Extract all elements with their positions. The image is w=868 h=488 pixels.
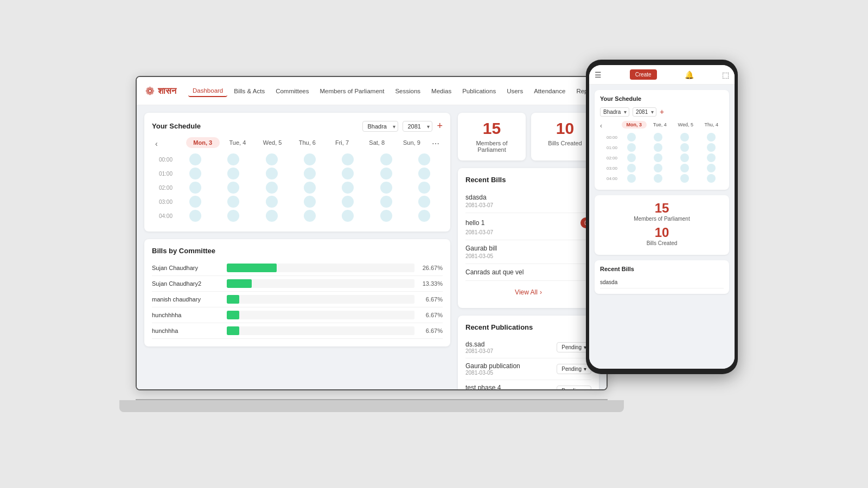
phone-month-select[interactable]: Bhadra: [600, 107, 629, 117]
day-header-mon[interactable]: Mon, 3: [186, 137, 220, 148]
prev-week-button[interactable]: ‹: [152, 138, 161, 149]
phone-day-thu[interactable]: Thu, 4: [699, 121, 724, 129]
time-dot: [266, 153, 278, 165]
more-options-button[interactable]: ⋯: [429, 138, 443, 149]
logo-icon: ❁: [145, 85, 155, 98]
pub-item-1: Gaurab publication 2081-03-05 Pending ▾: [465, 358, 591, 380]
time-dot: [304, 196, 316, 208]
time-grid: 00:00 01:00: [152, 153, 443, 224]
stat-members-card: 15 Members of Parliament: [458, 113, 526, 160]
bar-container-3: [227, 311, 414, 319]
view-all-bills-button[interactable]: View All ›: [465, 284, 591, 300]
time-dot: [304, 182, 316, 194]
phone-time-row-2: 02:00: [600, 153, 724, 162]
bill-name-1: hello 1: [465, 219, 484, 227]
time-dot: [304, 210, 316, 222]
phone-create-button[interactable]: Create: [630, 69, 657, 80]
time-label-3: 03:00: [152, 199, 176, 205]
bar-container-1: [227, 279, 414, 288]
committee-name-3: hunchhhha: [152, 312, 222, 318]
navbar: ❁ शासन Dashboard Bills & Acts Committees…: [137, 77, 607, 105]
bill-item-1: hello 1 0 2081-03-07: [465, 213, 591, 240]
time-dot: [418, 168, 430, 179]
nav-publications[interactable]: Publications: [458, 86, 500, 97]
nav-users[interactable]: Users: [502, 86, 527, 97]
phone-day-wed[interactable]: Wed, 5: [673, 121, 698, 129]
phone-add-button[interactable]: +: [660, 107, 664, 116]
nav-members[interactable]: Members of Parliament: [316, 86, 389, 97]
right-panel: 15 Members of Parliament 10 Bills Create…: [458, 113, 599, 382]
bill-date-0: 2081-03-07: [465, 202, 591, 208]
day-header-sun[interactable]: Sun, 9: [395, 137, 429, 148]
time-dot: [304, 153, 316, 165]
bar-container-4: [227, 326, 414, 335]
phone-screen: ☰ Create 🔔 ⬚ Your Schedule Bhadra: [589, 65, 735, 369]
day-header-fri[interactable]: Fri, 7: [325, 137, 359, 148]
phone-notification-icon[interactable]: 🔔: [685, 70, 694, 79]
month-select[interactable]: Bhadra: [362, 121, 398, 132]
committee-list: Sujan Chaudhary 26.67% Sujan Chaudhary2: [152, 260, 443, 339]
day-header-tue[interactable]: Tue, 4: [221, 137, 254, 148]
pub-status-1[interactable]: Pending ▾: [557, 364, 591, 374]
bar-container-2: [227, 295, 414, 304]
time-label-0: 00:00: [152, 157, 176, 163]
pub-status-2[interactable]: Pending ▾: [557, 386, 591, 389]
time-row-3: 03:00: [152, 196, 443, 208]
main-content: Your Schedule Bhadra: [137, 105, 607, 389]
phone-menu-icon[interactable]: ☰: [595, 70, 602, 79]
nav-links: Dashboard Bills & Acts Committees Member…: [188, 85, 608, 97]
committee-name-1: Sujan Chaudhary2: [152, 280, 222, 287]
bill-date-1: 2081-03-07: [465, 229, 591, 235]
phone-day-tue[interactable]: Tue, 4: [648, 121, 673, 129]
bar-fill-2: [227, 295, 239, 304]
nav-committees[interactable]: Committees: [271, 86, 313, 97]
phone-stat-members-label: Members of Parliament: [600, 216, 724, 222]
bar-container-0: [227, 264, 414, 272]
day-header-wed[interactable]: Wed, 5: [256, 137, 289, 148]
nav-sessions[interactable]: Sessions: [391, 86, 425, 97]
phone-logout-icon[interactable]: ⬚: [722, 70, 729, 79]
recent-bills-card: Recent Bills sdasda 2081-03-07: [458, 168, 599, 308]
schedule-card: Your Schedule Bhadra: [144, 113, 450, 232]
time-dot: [189, 153, 201, 165]
phone-main: Your Schedule Bhadra 2081 +: [589, 85, 735, 369]
time-dot: [266, 196, 278, 208]
phone-year-select[interactable]: 2081: [633, 107, 656, 117]
bill-date-2: 2081-03-05: [465, 253, 591, 259]
time-row-4: 04:00: [152, 210, 443, 222]
phone-bill-name-0: sdasda: [600, 279, 724, 285]
time-dot: [189, 182, 201, 194]
time-dot: [227, 182, 239, 194]
bills-committee-card: Bills by Committee Sujan Chaudhary 26.67…: [144, 239, 450, 346]
committee-row-4: hunchhha 6.67%: [152, 323, 443, 339]
pub-date-0: 2081-03-07: [465, 348, 493, 354]
time-dot: [380, 196, 392, 208]
phone-time-row-4: 04:00: [600, 174, 724, 183]
year-select[interactable]: 2081: [403, 121, 432, 132]
time-dot: [189, 210, 201, 222]
committee-row-1: Sujan Chaudhary2 13.33%: [152, 276, 443, 292]
day-header-sat[interactable]: Sat, 8: [360, 137, 394, 148]
bar-percent-2: 6.67%: [419, 296, 443, 303]
stats-row: 15 Members of Parliament 10 Bills Create…: [458, 113, 599, 160]
time-dot: [342, 210, 354, 222]
nav-bills[interactable]: Bills & Acts: [229, 86, 269, 97]
add-schedule-button[interactable]: +: [437, 120, 443, 132]
pub-name-1: Gaurab publication: [465, 362, 520, 370]
nav-dashboard[interactable]: Dashboard: [188, 85, 227, 97]
day-header-thu[interactable]: Thu, 6: [290, 137, 324, 148]
time-row-2: 02:00: [152, 182, 443, 194]
time-dot: [189, 168, 201, 179]
nav-attendance[interactable]: Attendance: [529, 86, 570, 97]
recent-bills-title: Recent Bills: [465, 176, 506, 184]
logo-text: शासन: [158, 86, 176, 96]
publications-list: ds.sad 2081-03-07 Pending ▾: [465, 337, 591, 389]
phone-schedule-title: Your Schedule: [600, 95, 724, 102]
phone-day-mon[interactable]: Mon, 3: [622, 121, 647, 129]
phone-time-1: 01:00: [600, 145, 617, 150]
bar-fill-3: [227, 311, 239, 319]
nav-medias[interactable]: Medias: [427, 86, 456, 97]
phone-prev-week[interactable]: ‹: [600, 122, 602, 130]
schedule-controls: Bhadra 2081 +: [362, 120, 443, 132]
bar-fill-1: [227, 279, 252, 288]
